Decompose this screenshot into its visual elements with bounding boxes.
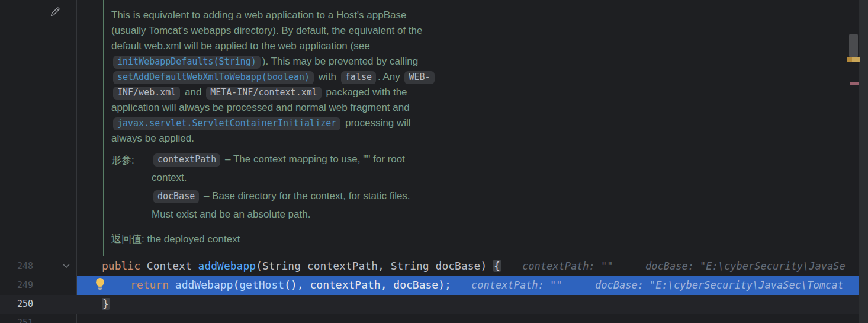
- scrollbar-thumb[interactable]: [849, 34, 858, 57]
- line-number: 251: [0, 314, 33, 323]
- line-number: 248: [0, 257, 33, 276]
- doc-text: packaged with the: [323, 87, 407, 98]
- intention-lightbulb-icon[interactable]: [95, 277, 105, 293]
- doc-text: processing will: [342, 117, 410, 129]
- error-stripe-marker[interactable]: [850, 82, 859, 85]
- doc-returns-text: the deployed context: [144, 234, 240, 245]
- doc-text: with: [316, 71, 339, 82]
- code-chip: false: [341, 71, 376, 84]
- doc-text: – The context mapping to use, "" for roo…: [222, 153, 404, 165]
- code-token: getHost: [239, 279, 284, 291]
- code-chip: docBase: [153, 190, 199, 203]
- doc-description: This is equivalent to adding a web appli…: [111, 8, 502, 146]
- doc-text: (usually Tomcat's webapps directory). By…: [111, 25, 423, 36]
- doc-returns: 返回值: the deployed context: [111, 232, 240, 246]
- doc-line: This is equivalent to adding a web appli…: [111, 8, 502, 23]
- code-token: return: [130, 279, 175, 291]
- inline-debugger-hint[interactable]: contextPath: "": [471, 276, 562, 295]
- doc-text: – Base directory for the context, for st…: [201, 190, 410, 202]
- line-number: 249: [0, 276, 33, 295]
- doc-line: always be applied.: [111, 131, 502, 146]
- doc-line: contextPath – The context mapping to use…: [152, 150, 519, 168]
- edit-pencil-icon[interactable]: [49, 5, 62, 18]
- line-number: 250: [0, 295, 33, 314]
- code-text[interactable]: return addWebapp(getHost(), contextPath,…: [130, 276, 451, 295]
- code-token: (: [233, 279, 239, 291]
- inline-debugger-hint[interactable]: docBase: "E:\cyberSecurity\JavaSe: [645, 257, 846, 276]
- doc-returns-label: 返回值:: [111, 234, 144, 245]
- code-line-250: 250 }: [0, 295, 859, 314]
- doc-line: application will always be processed and…: [111, 100, 502, 116]
- doc-text: always be applied.: [111, 133, 194, 144]
- code-link-chip[interactable]: initWebappDefaults(String): [113, 56, 261, 69]
- code-link-chip[interactable]: javax.servlet.ServletContainerInitialize…: [113, 117, 340, 130]
- doc-line: setAddDefaultWebXmlToWebapp(boolean) wit…: [111, 69, 502, 85]
- scrollbar-track[interactable]: [859, 0, 868, 323]
- doc-line: javax.servlet.ServletContainerInitialize…: [111, 116, 502, 131]
- doc-params: contextPath – The context mapping to use…: [152, 150, 519, 223]
- code-token: public: [102, 260, 147, 272]
- code-token: {: [493, 260, 501, 272]
- code-chip: INF/web.xml: [113, 87, 180, 100]
- code-token: Context: [147, 260, 198, 272]
- doc-line: docBase – Base directory for the context…: [152, 187, 519, 205]
- doc-text: Must exist and be an absolute path.: [152, 209, 310, 220]
- code-chip: contextPath: [153, 153, 220, 167]
- doc-text: ). This may be prevented by calling: [262, 56, 418, 67]
- code-text[interactable]: public Context addWebapp(String contextP…: [102, 257, 501, 276]
- code-chip: META-INF/context.xml: [206, 87, 322, 100]
- doc-line: INF/web.xml and META-INF/context.xml pac…: [111, 85, 502, 100]
- code-token: (String contextPath, String docBase): [256, 260, 493, 272]
- doc-text: . Any: [378, 71, 403, 82]
- doc-text: application will always be processed and…: [111, 102, 410, 113]
- code-token: (), contextPath, docBase);: [284, 279, 451, 291]
- code-line-249-execution-point: 249 return addWebapp(getHost(), contextP…: [0, 276, 859, 295]
- doc-comment-guide-bar: [103, 0, 104, 256]
- doc-line: (usually Tomcat's webapps directory). By…: [111, 23, 502, 39]
- code-token: }: [102, 298, 110, 310]
- code-chip: WEB-: [404, 71, 434, 84]
- chevron-down-icon[interactable]: [62, 261, 71, 271]
- doc-params-label: 形参:: [111, 153, 134, 167]
- warning-stripe-marker[interactable]: [847, 57, 860, 62]
- code-link-chip[interactable]: setAddDefaultWebXmlToWebapp(boolean): [113, 71, 314, 84]
- doc-line: initWebappDefaults(String)). This may be…: [111, 54, 502, 69]
- doc-text: default web.xml will be applied to the w…: [111, 40, 370, 52]
- doc-line: context.: [152, 168, 519, 187]
- doc-line: default web.xml will be applied to the w…: [111, 39, 502, 54]
- code-line-248: 248 public Context addWebapp(String cont…: [0, 257, 859, 276]
- code-line-251: 251: [0, 314, 859, 323]
- doc-text: context.: [152, 172, 187, 183]
- inline-debugger-hint[interactable]: docBase: "E:\cyberSecurity\JavaSec\Tomca…: [595, 276, 844, 295]
- code-token: addWebapp: [175, 279, 233, 291]
- inline-debugger-hint[interactable]: contextPath: "": [522, 257, 613, 276]
- code-token: addWebapp: [198, 260, 256, 272]
- doc-text: This is equivalent to adding a web appli…: [111, 9, 406, 21]
- doc-text: and: [182, 87, 204, 98]
- doc-line: Must exist and be an absolute path.: [152, 205, 519, 223]
- code-text[interactable]: }: [102, 295, 110, 314]
